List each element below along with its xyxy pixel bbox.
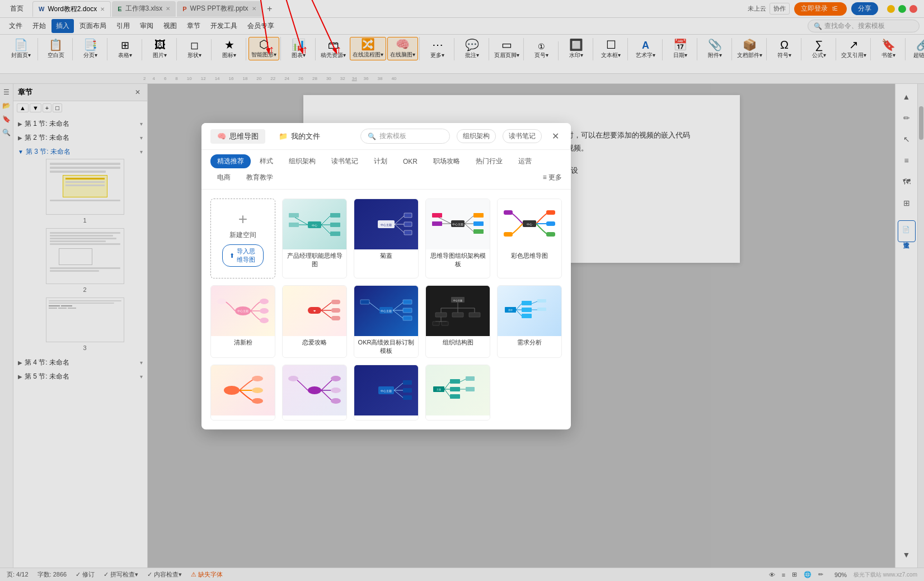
svg-line-26 (465, 216, 473, 224)
svg-text:中心: 中心 (527, 223, 532, 226)
pink-mind-svg: 中心主题 (215, 291, 271, 330)
svg-rect-13 (289, 213, 299, 218)
svg-rect-31 (473, 229, 484, 234)
template-name-pm: 产品经理职能思维导图 (283, 249, 346, 271)
filter-tab-industry[interactable]: 热门行业 (469, 154, 509, 168)
warm-svg (215, 371, 271, 410)
template-thumb-okr: 中心主题 (354, 286, 418, 336)
svg-rect-11 (330, 232, 340, 236)
modal-close-button[interactable]: ✕ (548, 130, 562, 143)
template-card-row3-3[interactable]: 中心主题 (354, 365, 419, 421)
filter-tab-ops[interactable]: 运营 (512, 154, 538, 168)
filter-tab-edu[interactable]: 教育教学 (240, 171, 280, 185)
template-card-org-tpl[interactable]: 中心主题 思维导图组织架构模板 (425, 199, 490, 278)
svg-line-118 (460, 379, 466, 382)
svg-text:❤: ❤ (313, 309, 316, 313)
template-name-pink: 清新粉 (211, 336, 275, 349)
svg-rect-64 (403, 316, 412, 320)
req-mind-svg: 需求 (501, 291, 557, 330)
modal-search-icon: 🔍 (368, 133, 376, 140)
svg-rect-107 (403, 388, 412, 393)
svg-rect-19 (404, 213, 412, 218)
modal-org-btn[interactable]: 组织架构 (457, 129, 496, 143)
svg-point-45 (260, 299, 269, 304)
svg-rect-54 (331, 308, 340, 313)
template-name-row3-3 (354, 415, 418, 420)
template-thumb-cover: 中心主题 (354, 199, 418, 249)
svg-point-47 (260, 318, 269, 323)
svg-rect-29 (473, 221, 484, 226)
svg-rect-35 (432, 221, 442, 226)
svg-point-95 (252, 388, 263, 393)
modal-reading-btn[interactable]: 读书笔记 (503, 129, 542, 143)
template-card-row3-2[interactable] (282, 365, 347, 421)
template-card-pink[interactable]: 中心主题 清新粉 (210, 285, 275, 358)
template-thumb-row3-2 (283, 365, 346, 415)
svg-line-83 (516, 304, 522, 310)
template-card-cover[interactable]: 中心主题 菊蓋 (354, 199, 419, 278)
template-thumb-row3-3: 中心主题 (354, 365, 418, 415)
svg-rect-40 (546, 232, 555, 237)
template-name-colorful: 彩色思维导图 (498, 249, 561, 262)
filter-tab-okr[interactable]: OKR (396, 155, 424, 168)
import-mindmap-btn[interactable]: ⬆ 导入思维导图 (222, 244, 264, 267)
filter-tab-style[interactable]: 样式 (253, 154, 280, 168)
import-icon: ⬆ (229, 252, 234, 259)
svg-line-51 (321, 303, 331, 310)
svg-line-104 (394, 383, 403, 390)
new-space-card[interactable]: + 新建空间 ⬆ 导入思维导图 (210, 199, 275, 278)
svg-rect-109 (403, 395, 412, 400)
love-mind-svg: ❤ (287, 291, 343, 330)
template-thumb-pm: 中心 (283, 199, 346, 249)
svg-line-112 (444, 382, 450, 389)
svg-point-100 (331, 398, 341, 404)
template-name-row3-4 (426, 415, 490, 420)
template-card-org-dark[interactable]: 中心主题 组织结构图 (425, 285, 490, 358)
template-thumb-love: ❤ (283, 286, 346, 336)
filter-tab-ecommerce[interactable]: 电商 (210, 171, 237, 185)
template-card-love[interactable]: ❤ 恋爱攻略 (282, 285, 347, 358)
filter-tab-reading[interactable]: 读书笔记 (325, 154, 365, 168)
svg-rect-56 (331, 316, 340, 320)
modal-tab-mindmap[interactable]: 🧠 思维导图 (210, 129, 265, 144)
purple-svg (287, 371, 343, 410)
svg-point-48 (217, 299, 226, 304)
pm-mind-svg: 中心 (287, 205, 343, 244)
svg-text:中心主题: 中心主题 (381, 223, 392, 226)
template-name-cover: 菊蓋 (354, 249, 418, 262)
svg-line-10 (321, 225, 330, 234)
svg-rect-80 (442, 322, 448, 325)
filter-tab-org[interactable]: 组织架构 (282, 154, 322, 168)
modal-search-bar[interactable]: 🔍 搜索模板 (360, 129, 450, 144)
template-thumb-req: 需求 (498, 286, 561, 336)
filter-tab-plan[interactable]: 计划 (367, 154, 394, 168)
template-thumb-org-tpl: 中心主题 (426, 199, 490, 249)
svg-rect-84 (522, 301, 532, 305)
template-name-love: 恋爱攻略 (283, 336, 346, 349)
svg-text:主题: 主题 (437, 388, 441, 391)
svg-point-93 (224, 386, 240, 395)
svg-line-63 (393, 310, 403, 318)
mindmap-tab-label: 思维导图 (229, 131, 259, 141)
template-card-req[interactable]: 需求 需求分析 (497, 285, 562, 358)
filter-tab-career[interactable]: 职场攻略 (426, 154, 467, 168)
template-card-pm[interactable]: 中心 产品经理职能思维导图 (282, 199, 347, 278)
template-name-org-tpl: 思维导图组织架构模板 (426, 249, 490, 271)
filter-tab-featured[interactable]: 精选推荐 (210, 154, 251, 168)
svg-rect-90 (537, 299, 546, 303)
template-card-okr[interactable]: 中心主题 OKR高绩效目标订制模板 (354, 285, 419, 358)
template-card-row3-1[interactable] (210, 365, 275, 421)
modal-search-placeholder: 搜索模板 (379, 131, 406, 141)
filter-tab-more[interactable]: ≡ 更多 (543, 173, 562, 182)
svg-text:中心主题: 中心主题 (381, 309, 392, 313)
svg-rect-79 (433, 322, 439, 325)
modal-tab-myfiles[interactable]: 📁 我的文件 (272, 129, 327, 144)
svg-rect-60 (403, 300, 412, 304)
svg-text:中心主题: 中心主题 (237, 309, 248, 313)
new-space-label: 新建空间 (229, 230, 256, 240)
template-card-colorful[interactable]: 中心 彩色思维导图 (497, 199, 562, 278)
svg-rect-9 (330, 223, 340, 227)
svg-rect-23 (404, 230, 412, 235)
template-card-row3-4[interactable]: 主题 (425, 365, 490, 421)
svg-rect-105 (403, 380, 412, 385)
